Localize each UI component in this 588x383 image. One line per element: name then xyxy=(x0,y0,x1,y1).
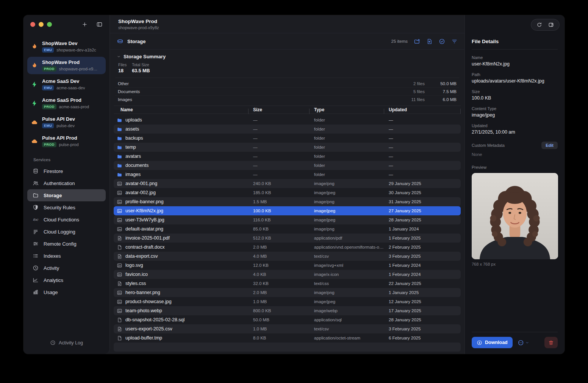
table-row[interactable]: product-showcase.jpg1.0 MBimage/jpeg12 J… xyxy=(114,297,461,306)
sliders-icon xyxy=(33,241,39,247)
table-row[interactable]: team-photo.webp800.0 KBimage/webp17 Janu… xyxy=(114,306,461,315)
table-row[interactable]: hero-banner.png2.0 MBimage/png1 January … xyxy=(114,288,461,297)
env-badge: EMU xyxy=(42,123,54,128)
table-row[interactable]: upload-buffer.tmp8.0 KBapplication/octet… xyxy=(114,333,461,343)
details-title: File Details xyxy=(472,39,558,50)
project-item[interactable]: ShopWave ProdPRODshopwave-prod-x9… xyxy=(27,57,106,74)
file-name: avatars xyxy=(125,154,141,159)
sidebar-item-authentication[interactable]: Authentication xyxy=(27,177,106,189)
file-size: — xyxy=(248,172,309,177)
zoom-button[interactable] xyxy=(47,22,52,27)
edit-metadata-button[interactable]: Edit xyxy=(541,142,558,149)
env-badge: PROD xyxy=(42,142,56,147)
table-row[interactable]: user-T3vW7yB.jpg116.0 KBimage/jpeg28 Jan… xyxy=(114,215,461,224)
project-title: ShopWave Prod xyxy=(118,19,456,24)
cloud-icon xyxy=(31,138,38,145)
column-header-type[interactable]: Type xyxy=(309,107,384,112)
table-row[interactable]: data-export.csv4.0 MBtext/csv3 February … xyxy=(114,252,461,261)
table-row[interactable]: user-Kf8mN2x.jpg100.0 KBimage/jpeg27 Jan… xyxy=(114,206,461,215)
select-mode-icon[interactable] xyxy=(439,38,445,45)
sidebar-item-analytics[interactable]: Analytics xyxy=(27,274,106,286)
file-type: application/octet-stream xyxy=(309,336,384,340)
table-row[interactable]: profile-banner.png1.5 MBimage/png31 Janu… xyxy=(114,197,461,206)
table-row[interactable]: temp—folder— xyxy=(114,143,461,152)
column-header-size[interactable]: Size xyxy=(248,107,309,112)
column-header-updated[interactable]: Updated xyxy=(384,107,461,112)
table-row[interactable]: documents—folder— xyxy=(114,161,461,170)
new-folder-icon[interactable] xyxy=(414,38,420,45)
file-name: images xyxy=(125,172,141,177)
table-row[interactable]: avatars—folder— xyxy=(114,152,461,161)
table-row[interactable]: default-avatar.png85.0 KBimage/png1 Janu… xyxy=(114,224,461,234)
table-row[interactable]: users-export-2025.csv1.0 MBtext/csv3 Feb… xyxy=(114,324,461,333)
project-name: Pulse API Prod xyxy=(42,135,79,141)
image-icon xyxy=(117,272,122,277)
table-row[interactable]: avatar-001.png240.0 KBimage/png29 Januar… xyxy=(114,179,461,188)
delete-button[interactable] xyxy=(544,337,558,348)
file-size: 85.0 KB xyxy=(248,227,309,231)
file-name: uploads xyxy=(125,117,142,123)
sidebar-item-firestore[interactable]: Firestore xyxy=(27,165,106,177)
table-row[interactable]: images—folder— xyxy=(114,170,461,179)
file-name: styles.css xyxy=(125,281,146,286)
bars-icon xyxy=(33,289,39,295)
sidebar-item-storage[interactable]: Storage xyxy=(27,189,106,201)
sidebar-item-activity[interactable]: Activity xyxy=(27,262,106,274)
filter-icon[interactable] xyxy=(451,38,458,45)
table-row-empty xyxy=(114,343,461,352)
file-type: image/svg+xml xyxy=(309,263,384,268)
project-item[interactable]: Acme SaaS DevEMUacme-saas-dev xyxy=(27,76,106,93)
storage-summary-toggle[interactable]: Storage Summary xyxy=(115,50,459,62)
add-project-icon[interactable] xyxy=(81,21,88,28)
file-size: 2.0 MB xyxy=(248,245,309,249)
file-updated: — xyxy=(384,163,461,168)
refresh-icon[interactable] xyxy=(536,22,542,28)
sidebar-item-security-rules[interactable]: Security Rules xyxy=(27,201,106,213)
portrait-photo xyxy=(472,173,558,259)
service-label: Storage xyxy=(44,193,62,198)
project-item[interactable]: Pulse API DevEMUpulse-dev xyxy=(27,114,106,131)
sidebar-item-usage[interactable]: Usage xyxy=(27,286,106,298)
activity-log-button[interactable]: Activity Log xyxy=(23,334,109,354)
file-updated: 3 February 2025 xyxy=(384,327,461,331)
table-row[interactable]: invoice-2025-001.pdf512.0 KBapplication/… xyxy=(114,234,461,243)
desktop: ShopWave DevEMUshopwave-dev-a1b2cShopWav… xyxy=(0,0,588,383)
category-size: 6.0 MB xyxy=(425,97,457,102)
column-header-name[interactable]: Name xyxy=(114,107,248,112)
table-row[interactable]: uploads—folder— xyxy=(114,115,461,125)
service-label: Firestore xyxy=(44,168,63,174)
more-actions-button[interactable] xyxy=(518,339,529,346)
project-item[interactable]: Pulse API ProdPRODpulse-prod xyxy=(27,132,106,150)
table-row[interactable]: assets—folder— xyxy=(114,125,461,134)
download-circle-icon xyxy=(477,340,482,346)
table-row[interactable]: favicon.ico4.0 KBimage/x-icon1 February … xyxy=(114,270,461,279)
toggle-details-panel-icon[interactable] xyxy=(548,22,554,28)
file-size: — xyxy=(248,145,309,149)
sidebar-item-cloud-functions[interactable]: f(x)Cloud Functions xyxy=(27,213,106,226)
table-row[interactable]: contract-draft.docx2.0 MBapplication/vnd… xyxy=(114,243,461,252)
table-row[interactable]: styles.css32.0 KBtext/css22 January 2025 xyxy=(114,279,461,288)
panel-actions xyxy=(531,19,560,31)
close-button[interactable] xyxy=(30,22,35,27)
sidebar-item-remote-config[interactable]: Remote Config xyxy=(27,238,106,250)
download-button[interactable]: Download xyxy=(472,337,513,348)
minimize-button[interactable] xyxy=(39,22,44,27)
file-name: user-T3vW7yB.jpg xyxy=(125,217,164,223)
items-count: 25 items xyxy=(391,39,408,44)
file-name: product-showcase.jpg xyxy=(125,299,172,304)
table-row[interactable]: logo.svg12.0 KBimage/svg+xml1 February 2… xyxy=(114,261,461,270)
field-value: uploads/avatars/user-Kf8mN2x.jpg xyxy=(472,78,558,84)
storage-toolbar: Storage 25 items xyxy=(110,33,464,50)
sidebar-item-indexes[interactable]: Indexes xyxy=(27,250,106,262)
toggle-sidebar-icon[interactable] xyxy=(96,21,103,28)
project-item[interactable]: Acme SaaS ProdPRODacme-saas-prod xyxy=(27,95,106,112)
table-row[interactable]: db-snapshot-2025-02-28.sql50.0 MBapplica… xyxy=(114,315,461,324)
flame-icon xyxy=(31,62,38,69)
file-type: image/jpeg xyxy=(309,299,384,304)
table-header: Name Size Type Updated xyxy=(114,106,461,114)
upload-file-icon[interactable] xyxy=(426,38,433,45)
table-row[interactable]: avatar-002.jpg185.0 KBimage/jpeg30 Janua… xyxy=(114,188,461,197)
project-item[interactable]: ShopWave DevEMUshopwave-dev-a1b2c xyxy=(27,38,106,55)
table-row[interactable]: backups—folder— xyxy=(114,134,461,143)
sidebar-item-cloud-logging[interactable]: Cloud Logging xyxy=(27,226,106,238)
